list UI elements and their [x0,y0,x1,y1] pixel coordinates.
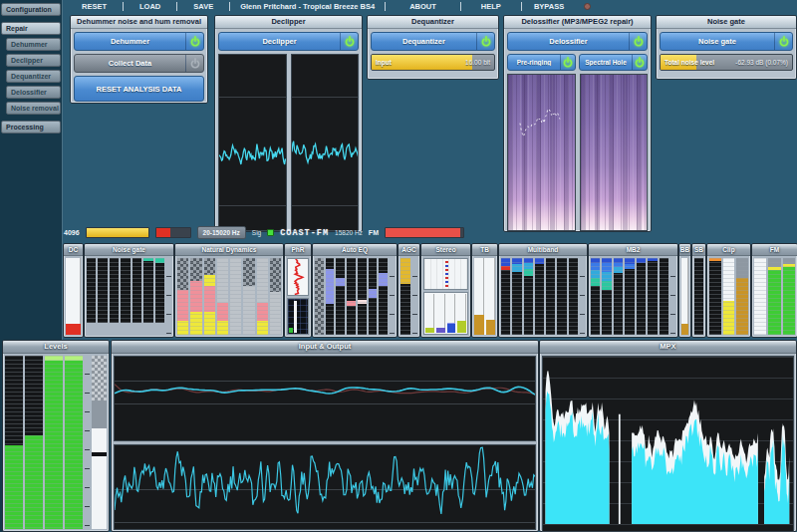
sidebar-item-dequantizer[interactable]: Dequantizer [6,70,61,83]
stereo-correlation-display [423,258,468,290]
meter-column [501,258,510,335]
meter-column [66,258,81,335]
sig-label: Sig [252,229,261,236]
fm-level-bar [385,227,464,238]
meter-noise-gate: Noise gate [84,243,174,338]
meter-stereo: Stereo [420,243,471,338]
power-icon[interactable] [560,55,575,70]
level-mini-bar [155,227,191,238]
spectral-hole-button[interactable]: Spectral Hole [579,54,648,71]
meter-column [457,294,466,333]
dequantizer-input-slider[interactable]: Input 16.00 bit [371,54,495,71]
sidebar-item-declipper[interactable]: Declipper [6,54,61,67]
menu-save[interactable]: SAVE [177,2,229,11]
phase-histogram-display [287,298,309,336]
meter-column [257,258,268,335]
dehummer-enable-button[interactable]: Dehummer [74,32,204,51]
meter-column [65,356,83,529]
meter-column [486,258,496,335]
delossifier-enable-button[interactable]: Delossifier [507,32,648,51]
menu-load[interactable]: LOAD [124,2,176,11]
meter-column [204,258,215,335]
meter-column [474,258,484,335]
meter-column [45,356,63,529]
meter-column [754,258,766,335]
menu-reset[interactable]: RESET [66,2,123,11]
meter-natural-dynamics: Natural Dynamics [174,243,284,338]
meter-column [92,356,107,529]
noise-gate-enable-button[interactable]: Noise gate [660,32,793,51]
dehummer-panel-title: Dehummer noise and hum removal [71,16,207,29]
bypass-indicator [584,3,591,10]
menu-bypass[interactable]: BYPASS [522,2,576,11]
input-waveform-display [114,356,536,441]
preringing-button[interactable]: Pre-ringing [507,54,576,71]
meter-fm: FM [751,243,797,338]
noise-level-slider[interactable]: Total noise level -62.93 dB (0.07%) [660,54,793,71]
power-icon[interactable] [340,33,358,50]
power-icon[interactable] [476,33,494,50]
meter-column [736,258,748,335]
declipper-panel-title: Declipper [215,16,362,29]
noise-gate-panel-title: Noise gate [657,16,796,29]
power-icon[interactable] [629,33,647,50]
meter-column [512,258,521,335]
menu-help[interactable]: HELP [461,2,521,11]
meter-column [681,258,688,335]
dehummer-panel: Dehummer noise and hum removal Dehummer … [70,15,208,104]
sidebar-item-processing[interactable]: Processing [1,121,61,133]
meter-column [535,258,544,335]
sidebar-item-noise-removal[interactable]: Noise removal [6,102,61,115]
power-icon[interactable] [185,33,203,50]
preset-title[interactable]: Glenn Pritchard - Tropical Breeze BS4 [230,2,385,11]
meter-multiband: Multiband [498,243,588,338]
meter-phase-rotator: PhR [284,243,312,338]
meter-column [25,356,43,529]
collect-data-button[interactable]: Collect Data [74,54,204,73]
meter-column [625,258,634,335]
meter-column [436,294,445,333]
meter-column [270,258,281,335]
meter-sb: SB [691,243,706,338]
fft-size-label: 4096 [64,229,80,236]
meter-column [336,258,345,335]
sidebar-item-delossifier[interactable]: Delossifier [6,86,61,99]
noise-gate-panel: Noise gate Noise gate Total noise level … [656,15,797,80]
meter-column [190,258,201,335]
levels-panel: Levels [2,340,110,532]
power-icon[interactable] [774,33,792,50]
meter-column [546,258,555,335]
menu-about[interactable]: ABOUT [386,2,460,11]
meter-column [648,258,657,335]
sidebar-item-configuration[interactable]: Configuration [1,3,61,16]
meter-column [768,258,780,335]
meter-column [591,258,600,335]
stereo-tool-window: Configuration Repair Dehummer Declipper … [0,0,797,532]
meter-column [425,294,434,333]
meter-bb: BB [678,243,691,338]
power-icon[interactable] [632,55,647,70]
sidebar-item-repair[interactable]: Repair [1,22,61,35]
declipper-waveform-right [291,54,360,231]
input-output-panel: Input & Output [111,340,539,532]
meter-column [783,258,795,335]
meter-auto-eq: Auto EQ [312,243,398,338]
delossifier-panel: Delossifier (MP3/MPEG2 repair) Delossifi… [503,15,652,232]
declipper-waveform-left [218,54,287,231]
meter-column [358,258,367,335]
meter-column [155,258,164,323]
power-icon[interactable] [185,55,203,72]
meter-column [379,258,388,335]
meter-mb2: MB2 [588,243,678,338]
meter-column [614,258,623,335]
delossifier-panel-title: Delossifier (MP3/MPEG2 repair) [504,16,651,29]
freq-range-chip: 20-15020 Hz [197,226,246,239]
meter-column [347,258,356,335]
declipper-enable-button[interactable]: Declipper [218,32,359,51]
meter-column [660,258,668,335]
mpx-spectrum-display [542,356,794,532]
dequantizer-enable-button[interactable]: Dequantizer [371,32,495,51]
sidebar-item-dehummer[interactable]: Dehummer [6,38,61,51]
meter-column [243,258,254,335]
reset-analysis-data-button[interactable]: RESET ANALYSIS DATA [74,76,204,102]
